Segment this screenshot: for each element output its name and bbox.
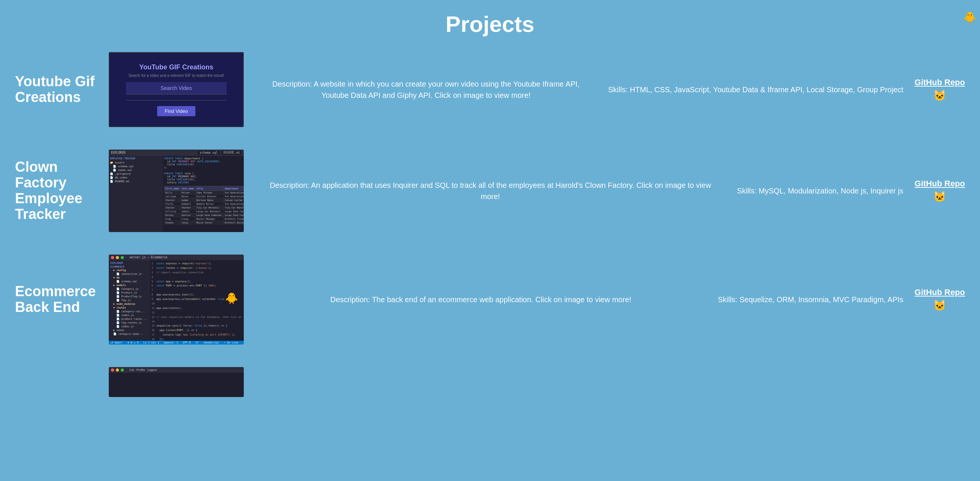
- maximize-dot-partial: [121, 368, 124, 371]
- project-image-clown-factory[interactable]: EXPLORER schema.sql README.md EMPLOYEE-T…: [109, 149, 244, 232]
- duck-emoji-ecom: 🐥: [225, 292, 238, 305]
- page-title: Projects: [0, 11, 980, 37]
- code-line: );: [164, 166, 243, 169]
- routes-folder: ▼ routes: [113, 306, 148, 310]
- file-item: 📄 README.md: [110, 179, 162, 183]
- project-row-partial: Cal Profile Logout: [15, 367, 965, 397]
- project-skills-yt-gif: Skills: HTML, CSS, JavaScript, Youtube D…: [608, 84, 904, 95]
- yt-preview-title: YouTube GIF Creations: [139, 63, 213, 71]
- code-line: CREATE TABLE role (: [164, 172, 243, 175]
- ecom-header: server.js — Ecommerce: [109, 254, 244, 260]
- project-row-clown-factory: Clown Factory Employee Tracker EXPLORER …: [15, 149, 965, 232]
- page-title-container: Projects: [0, 0, 980, 44]
- connection-file: 📄 connection.js: [116, 272, 148, 276]
- file-item: 📄 .gitignore: [110, 172, 162, 176]
- seeds-folder: ▶ seeds: [113, 329, 148, 332]
- file-item: 📄 db.index: [110, 176, 162, 179]
- code-line: title VARCHAR(30),: [164, 178, 243, 181]
- partial-header: Cal Profile Logout: [109, 367, 244, 373]
- yt-preview-subtitle: Search for a video and a relevent GIF to…: [128, 73, 224, 78]
- table-section: first_namelast_nametitledepartmentsalary…: [164, 186, 243, 225]
- projects-container: Youtube Gif Creations YouTube GIF Creati…: [0, 44, 980, 412]
- project-description-yt-gif: Description: A website in which you can …: [255, 78, 597, 101]
- project-image-yt-gif[interactable]: YouTube GIF Creations Search for a video…: [109, 52, 244, 127]
- file-item: 📁 assets: [110, 161, 162, 165]
- code-line: 4: [151, 275, 242, 280]
- file-tab-schema: schema.sql: [198, 151, 220, 155]
- window-title: server.js — Ecommerce: [129, 256, 167, 259]
- explorer-title: EMPLOYEE-TRACKER: [110, 157, 162, 160]
- file-item: 📄 seeds.sql: [113, 168, 162, 172]
- code-line: 11 app.use(routes);: [151, 306, 242, 311]
- github-emoji-clown-factory: 🐱: [915, 190, 965, 203]
- project-description-clown-factory: Description: An application that uses In…: [255, 179, 726, 202]
- close-dot-partial: [111, 368, 114, 371]
- project-skills-ecommerce: Skills: Sequelize, ORM, Insomnia, MVC Pa…: [718, 294, 904, 305]
- code-line: 14: [151, 320, 242, 324]
- code-line: id INT PRIMARY KEY AUTO_INCREMENT,: [164, 160, 243, 163]
- code-header-clown: EXPLORER schema.sql README.md: [109, 149, 244, 156]
- product-route-file: 📄 product-route...: [116, 317, 148, 321]
- ecom-folder-label: ECOMMERCE: [110, 265, 148, 268]
- yt-find-button: Find Video: [157, 106, 196, 116]
- product-file: 📄 Product.js: [116, 291, 148, 295]
- project-title-ecommerce: Ecommerce Back End: [15, 284, 97, 315]
- github-link-ecommerce[interactable]: GitHub Repo: [915, 287, 965, 297]
- config-folder: ▶ config: [113, 268, 148, 272]
- project-description-ecommerce: Description: The back end of an ecommerc…: [255, 294, 706, 305]
- minimize-dot-partial: [116, 368, 119, 371]
- partial-project-image[interactable]: Cal Profile Logout: [109, 367, 244, 397]
- index2-file: 📄 index.js: [116, 325, 148, 329]
- github-emoji-ecommerce: 🐱: [915, 299, 965, 311]
- project-row-ecommerce: Ecommerce Back End server.js — Ecommerce…: [15, 254, 965, 344]
- code-editor-panel: CREATE TABLE department ( id INT PRIMARY…: [163, 156, 244, 232]
- code-line: 2 const routes = require('./routes');: [151, 266, 242, 271]
- producttag-file: 📄 ProductTag.js: [116, 295, 148, 298]
- code-line: 13 // sync sequelize models to the datab…: [151, 315, 242, 320]
- close-dot: [111, 256, 114, 259]
- code-line: 16 app.listen(PORT, () => {: [151, 329, 242, 333]
- code-line: 3 // import sequelize connection: [151, 271, 242, 275]
- file-explorer-panel: EMPLOYEE-TRACKER 📁 assets 📄 schema.sql 📄…: [109, 156, 163, 232]
- code-line: [164, 169, 243, 172]
- code-line: id INT PRIMARY KEY,: [164, 175, 243, 178]
- explorer-label: EXPLORER: [111, 151, 126, 154]
- node-modules-folder: ▶ node_modules: [113, 302, 148, 306]
- project-link-clown-factory: GitHub Repo 🐱: [915, 179, 965, 203]
- project-link-ecommerce: GitHub Repo 🐱: [915, 287, 965, 311]
- tag-file: 📄 Tag.js: [116, 298, 148, 302]
- partial-content: [109, 373, 244, 397]
- db-folder: ▼ db: [113, 276, 148, 280]
- github-link-clown-factory[interactable]: GitHub Repo: [915, 179, 965, 189]
- partial-window-title: Cal Profile Logout: [129, 368, 156, 371]
- project-link-yt-gif: GitHub Repo 🐱: [915, 78, 965, 102]
- file-tab-readme: README.md: [222, 151, 242, 155]
- explorer-label-ecom: EXPLORER: [110, 262, 148, 265]
- code-line: title VARCHAR(30): [164, 163, 243, 166]
- category-file: 📄 Category.js: [116, 287, 148, 291]
- project-image-ecommerce[interactable]: server.js — Ecommerce EXPLORER ECOMMERCE…: [109, 254, 244, 344]
- project-row-yt-gif: Youtube Gif Creations YouTube GIF Creati…: [15, 52, 965, 127]
- category-route-file: 📄 category-rou...: [116, 310, 148, 313]
- category-seed-file: 📄 category-seed...: [113, 332, 148, 336]
- models-folder: ▶ models: [113, 283, 148, 287]
- index-route-file: 📄 index.js: [116, 313, 148, 317]
- github-emoji-yt-gif: 🐱: [915, 89, 965, 102]
- code-line: 15 sequelize.sync({ force: false }).then…: [151, 324, 242, 329]
- code-line: 17 console.log(`App listening on port ${…: [151, 333, 242, 337]
- file-item: 📄 schema.sql: [113, 165, 162, 168]
- ecom-file-explorer: EXPLORER ECOMMERCE ▶ config 📄 connection…: [109, 260, 150, 344]
- status-bar-ecom: ⎇ main* ⊗ 0 △ 0 Ln 1 Col 1 Spaces: 2 UTF…: [109, 341, 244, 344]
- tagroutes-file: 📄 tag-routes.js: [116, 321, 148, 325]
- github-link-yt-gif[interactable]: GitHub Repo: [915, 78, 965, 87]
- code-line: 1 const express = require('express');: [151, 262, 242, 266]
- code-line: CREATE TABLE department (: [164, 157, 243, 160]
- yt-search-bar: Search Video: [126, 82, 227, 94]
- code-line: salary DECIMAL: [164, 181, 243, 184]
- project-skills-clown-factory: Skills: MySQL, Modularization, Node js, …: [737, 185, 904, 197]
- code-line: 6 const PORT = process.env.PORT || 3001;: [151, 284, 242, 288]
- project-title-clown-factory: Clown Factory Employee Tracker: [15, 159, 97, 222]
- code-line: 12: [151, 311, 242, 315]
- maximize-dot: [121, 256, 124, 259]
- code-line: 5 const app = express();: [151, 280, 242, 284]
